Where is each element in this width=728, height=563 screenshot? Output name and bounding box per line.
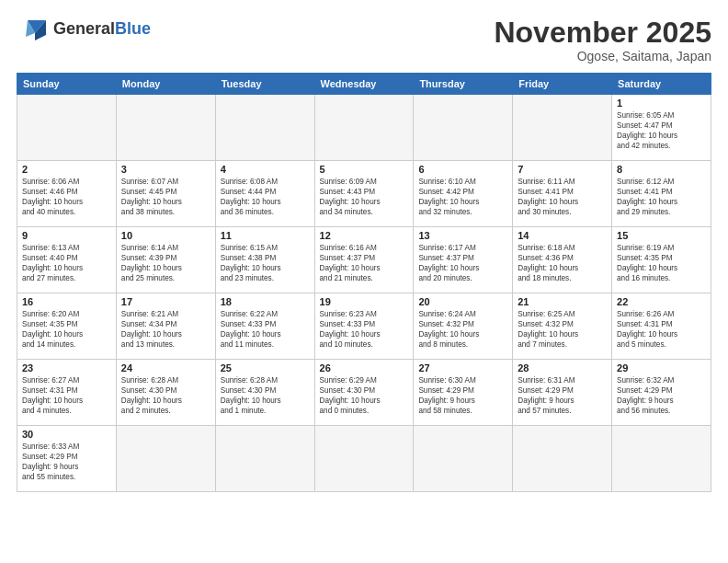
day-number: 6 bbox=[418, 164, 507, 175]
calendar-cell: 7Sunrise: 6:11 AM Sunset: 4:41 PM Daylig… bbox=[513, 161, 612, 227]
day-number: 19 bbox=[320, 296, 409, 307]
weekday-header-sunday: Sunday bbox=[17, 74, 117, 95]
day-number: 13 bbox=[418, 230, 507, 241]
calendar-cell bbox=[513, 95, 612, 161]
day-info: Sunrise: 6:11 AM Sunset: 4:41 PM Dayligh… bbox=[518, 177, 607, 217]
logo-blue: Blue bbox=[115, 19, 151, 38]
day-info: Sunrise: 6:28 AM Sunset: 4:30 PM Dayligh… bbox=[121, 375, 210, 416]
calendar-cell: 30Sunrise: 6:33 AM Sunset: 4:29 PM Dayli… bbox=[17, 426, 117, 492]
calendar-cell bbox=[314, 426, 414, 492]
weekday-header-thursday: Thursday bbox=[414, 74, 513, 95]
calendar-week-row: 30Sunrise: 6:33 AM Sunset: 4:29 PM Dayli… bbox=[17, 426, 711, 492]
calendar-week-row: 9Sunrise: 6:13 AM Sunset: 4:40 PM Daylig… bbox=[17, 227, 711, 293]
calendar-cell: 14Sunrise: 6:18 AM Sunset: 4:36 PM Dayli… bbox=[513, 227, 612, 293]
page: GeneralBlue November 2025 Ogose, Saitama… bbox=[0, 0, 728, 563]
day-number: 5 bbox=[320, 164, 409, 175]
day-info: Sunrise: 6:29 AM Sunset: 4:30 PM Dayligh… bbox=[320, 375, 409, 416]
day-number: 20 bbox=[418, 296, 507, 307]
logo-general: General bbox=[53, 19, 115, 38]
calendar-cell: 10Sunrise: 6:14 AM Sunset: 4:39 PM Dayli… bbox=[116, 227, 215, 293]
calendar-cell bbox=[414, 426, 513, 492]
day-number: 17 bbox=[121, 296, 210, 307]
day-number: 12 bbox=[320, 230, 409, 241]
day-info: Sunrise: 6:07 AM Sunset: 4:45 PM Dayligh… bbox=[121, 177, 210, 217]
day-info: Sunrise: 6:21 AM Sunset: 4:34 PM Dayligh… bbox=[121, 309, 210, 350]
day-number: 21 bbox=[518, 296, 607, 307]
logo-text: GeneralBlue bbox=[53, 20, 151, 39]
calendar-cell bbox=[17, 95, 117, 161]
calendar-cell: 28Sunrise: 6:31 AM Sunset: 4:29 PM Dayli… bbox=[513, 360, 612, 426]
day-number: 22 bbox=[617, 296, 706, 307]
calendar-week-row: 2Sunrise: 6:06 AM Sunset: 4:46 PM Daylig… bbox=[17, 161, 711, 227]
day-number: 11 bbox=[221, 230, 310, 241]
day-info: Sunrise: 6:09 AM Sunset: 4:43 PM Dayligh… bbox=[320, 177, 409, 217]
day-number: 8 bbox=[617, 164, 706, 175]
month-title: November 2025 bbox=[494, 17, 711, 49]
day-info: Sunrise: 6:15 AM Sunset: 4:38 PM Dayligh… bbox=[221, 243, 310, 283]
calendar-cell: 13Sunrise: 6:17 AM Sunset: 4:37 PM Dayli… bbox=[414, 227, 513, 293]
day-info: Sunrise: 6:19 AM Sunset: 4:35 PM Dayligh… bbox=[617, 243, 706, 283]
day-info: Sunrise: 6:31 AM Sunset: 4:29 PM Dayligh… bbox=[518, 375, 607, 416]
day-info: Sunrise: 6:16 AM Sunset: 4:37 PM Dayligh… bbox=[320, 243, 409, 283]
logo: GeneralBlue bbox=[17, 17, 151, 42]
day-info: Sunrise: 6:14 AM Sunset: 4:39 PM Dayligh… bbox=[121, 243, 210, 283]
day-number: 14 bbox=[518, 230, 607, 241]
day-info: Sunrise: 6:22 AM Sunset: 4:33 PM Dayligh… bbox=[221, 309, 310, 350]
day-info: Sunrise: 6:13 AM Sunset: 4:40 PM Dayligh… bbox=[22, 243, 111, 283]
weekday-header-wednesday: Wednesday bbox=[314, 74, 414, 95]
calendar-cell: 22Sunrise: 6:26 AM Sunset: 4:31 PM Dayli… bbox=[612, 293, 711, 360]
calendar-cell: 29Sunrise: 6:32 AM Sunset: 4:29 PM Dayli… bbox=[612, 360, 711, 426]
day-info: Sunrise: 6:32 AM Sunset: 4:29 PM Dayligh… bbox=[617, 375, 706, 416]
calendar-cell: 18Sunrise: 6:22 AM Sunset: 4:33 PM Dayli… bbox=[215, 293, 314, 360]
calendar-cell: 19Sunrise: 6:23 AM Sunset: 4:33 PM Dayli… bbox=[314, 293, 414, 360]
day-info: Sunrise: 6:18 AM Sunset: 4:36 PM Dayligh… bbox=[518, 243, 607, 283]
calendar-week-row: 1Sunrise: 6:05 AM Sunset: 4:47 PM Daylig… bbox=[17, 95, 711, 161]
weekday-header-saturday: Saturday bbox=[612, 74, 711, 95]
day-info: Sunrise: 6:20 AM Sunset: 4:35 PM Dayligh… bbox=[22, 309, 111, 350]
day-number: 18 bbox=[221, 296, 310, 307]
day-number: 15 bbox=[617, 230, 706, 241]
calendar-cell bbox=[116, 95, 215, 161]
calendar-cell: 20Sunrise: 6:24 AM Sunset: 4:32 PM Dayli… bbox=[414, 293, 513, 360]
day-number: 24 bbox=[121, 362, 210, 373]
day-info: Sunrise: 6:06 AM Sunset: 4:46 PM Dayligh… bbox=[22, 177, 111, 217]
day-number: 29 bbox=[617, 362, 706, 373]
day-number: 3 bbox=[121, 164, 210, 175]
calendar-cell bbox=[513, 426, 612, 492]
weekday-header-monday: Monday bbox=[116, 74, 215, 95]
day-info: Sunrise: 6:10 AM Sunset: 4:42 PM Dayligh… bbox=[418, 177, 507, 217]
day-number: 9 bbox=[22, 230, 111, 241]
day-info: Sunrise: 6:30 AM Sunset: 4:29 PM Dayligh… bbox=[418, 375, 507, 416]
subtitle: Ogose, Saitama, Japan bbox=[494, 49, 711, 63]
day-info: Sunrise: 6:26 AM Sunset: 4:31 PM Dayligh… bbox=[617, 309, 706, 350]
calendar: SundayMondayTuesdayWednesdayThursdayFrid… bbox=[17, 73, 711, 492]
day-number: 25 bbox=[221, 362, 310, 373]
title-block: November 2025 Ogose, Saitama, Japan bbox=[494, 17, 711, 63]
day-info: Sunrise: 6:12 AM Sunset: 4:41 PM Dayligh… bbox=[617, 177, 706, 217]
day-number: 4 bbox=[221, 164, 310, 175]
header: GeneralBlue November 2025 Ogose, Saitama… bbox=[17, 17, 711, 63]
calendar-cell: 6Sunrise: 6:10 AM Sunset: 4:42 PM Daylig… bbox=[414, 161, 513, 227]
calendar-cell: 4Sunrise: 6:08 AM Sunset: 4:44 PM Daylig… bbox=[215, 161, 314, 227]
calendar-cell: 8Sunrise: 6:12 AM Sunset: 4:41 PM Daylig… bbox=[612, 161, 711, 227]
calendar-cell bbox=[314, 95, 414, 161]
calendar-cell bbox=[414, 95, 513, 161]
day-info: Sunrise: 6:05 AM Sunset: 4:47 PM Dayligh… bbox=[617, 110, 706, 151]
day-number: 30 bbox=[22, 429, 111, 440]
day-info: Sunrise: 6:28 AM Sunset: 4:30 PM Dayligh… bbox=[221, 375, 310, 416]
calendar-cell: 16Sunrise: 6:20 AM Sunset: 4:35 PM Dayli… bbox=[17, 293, 117, 360]
day-info: Sunrise: 6:08 AM Sunset: 4:44 PM Dayligh… bbox=[221, 177, 310, 217]
calendar-cell: 27Sunrise: 6:30 AM Sunset: 4:29 PM Dayli… bbox=[414, 360, 513, 426]
calendar-cell: 3Sunrise: 6:07 AM Sunset: 4:45 PM Daylig… bbox=[116, 161, 215, 227]
day-number: 26 bbox=[320, 362, 409, 373]
day-number: 16 bbox=[22, 296, 111, 307]
calendar-cell: 17Sunrise: 6:21 AM Sunset: 4:34 PM Dayli… bbox=[116, 293, 215, 360]
calendar-cell bbox=[116, 426, 215, 492]
calendar-cell bbox=[215, 95, 314, 161]
day-number: 7 bbox=[518, 164, 607, 175]
calendar-week-row: 16Sunrise: 6:20 AM Sunset: 4:35 PM Dayli… bbox=[17, 293, 711, 360]
weekday-header-friday: Friday bbox=[513, 74, 612, 95]
calendar-cell: 11Sunrise: 6:15 AM Sunset: 4:38 PM Dayli… bbox=[215, 227, 314, 293]
calendar-cell: 2Sunrise: 6:06 AM Sunset: 4:46 PM Daylig… bbox=[17, 161, 117, 227]
day-number: 10 bbox=[121, 230, 210, 241]
